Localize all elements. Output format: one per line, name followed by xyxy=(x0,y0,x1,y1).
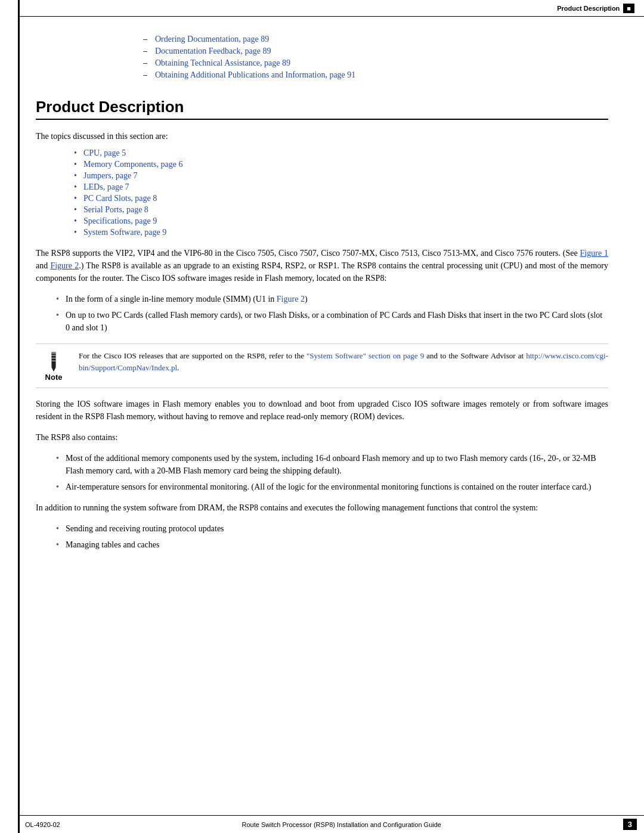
note-pencil-icon xyxy=(44,351,63,373)
list-item: Documentation Feedback, page 89 xyxy=(143,47,608,56)
note-text-middle: and to the Software Advisor at xyxy=(424,351,526,360)
leds-link[interactable]: LEDs, page 7 xyxy=(83,182,129,191)
footer-doc-number: OL-4920-02 xyxy=(25,821,60,828)
list-item: Serial Ports, page 8 xyxy=(72,205,608,215)
note-label: Note xyxy=(45,373,63,382)
note-icon-area: Note xyxy=(36,350,72,382)
list-item: Specifications, page 9 xyxy=(72,216,608,226)
body-para-1: The RSP8 supports the VIP2, VIP4 and the… xyxy=(36,247,608,284)
system-software-section-link[interactable]: "System Software" section on page 9 xyxy=(306,351,424,360)
note-text-before: For the Cisco IOS releases that are supp… xyxy=(79,351,306,360)
figure1-link[interactable]: Figure 1 xyxy=(580,249,608,258)
list-item: Obtaining Technical Assistance, page 89 xyxy=(143,58,608,68)
left-border xyxy=(18,0,20,833)
list-item: PC Card Slots, page 8 xyxy=(72,194,608,203)
bullet-list-1: In the form of a single in-line memory m… xyxy=(36,293,608,334)
ordering-doc-link[interactable]: Ordering Documentation, page 89 xyxy=(155,35,269,44)
list-item: Obtaining Additional Publications and In… xyxy=(143,70,608,80)
figure2-link[interactable]: Figure 2 xyxy=(50,261,79,270)
top-links-list: Ordering Documentation, page 89 Document… xyxy=(36,35,608,80)
list-item: On up to two PC Cards (called Flash memo… xyxy=(54,309,608,334)
rsp8-also: The RSP8 also contains: xyxy=(36,431,608,444)
list-item: Air-temperature sensors for environmenta… xyxy=(54,481,608,493)
list-item: Sending and receiving routing protocol u… xyxy=(54,522,608,535)
main-content: Ordering Documentation, page 89 Document… xyxy=(36,17,608,559)
footer: OL-4920-02 Route Switch Processor (RSP8)… xyxy=(18,815,644,833)
doc-feedback-link[interactable]: Documentation Feedback, page 89 xyxy=(155,47,271,55)
list-item: Managing tables and caches xyxy=(54,538,608,551)
note-text-after: . xyxy=(177,363,179,372)
tech-assist-link[interactable]: Obtaining Technical Assistance, page 89 xyxy=(155,58,290,67)
footer-doc-title: Route Switch Processor (RSP8) Installati… xyxy=(242,821,441,828)
footer-page-number: 3 xyxy=(623,819,637,830)
svg-rect-2 xyxy=(51,352,55,354)
list-item: CPU, page 5 xyxy=(72,148,608,158)
body-para-2: Storing the IOS software images in Flash… xyxy=(36,398,608,423)
list-item: Memory Components, page 6 xyxy=(72,160,608,169)
intro-text: The topics discussed in this section are… xyxy=(36,132,608,141)
body-para-3: In addition to running the system softwa… xyxy=(36,501,608,514)
header-bar: Product Description ■ xyxy=(18,0,644,17)
list-item: Most of the additional memory components… xyxy=(54,452,608,477)
list-item: System Software, page 9 xyxy=(72,228,608,237)
bullet-list-2: Most of the additional memory components… xyxy=(36,452,608,493)
footer-right: 3 xyxy=(623,819,637,830)
add-pub-link[interactable]: Obtaining Additional Publications and In… xyxy=(155,70,355,79)
list-item: Jumpers, page 7 xyxy=(72,171,608,181)
page-container: Product Description ■ Ordering Documenta… xyxy=(0,0,644,833)
serial-ports-link[interactable]: Serial Ports, page 8 xyxy=(83,205,148,214)
svg-rect-0 xyxy=(51,352,55,367)
system-software-link[interactable]: System Software, page 9 xyxy=(83,228,166,237)
list-item: LEDs, page 7 xyxy=(72,182,608,192)
pc-card-link[interactable]: PC Card Slots, page 8 xyxy=(83,194,157,203)
header-title: Product Description xyxy=(557,5,620,12)
jumpers-link[interactable]: Jumpers, page 7 xyxy=(83,171,138,180)
header-black-box: ■ xyxy=(623,4,634,13)
bullet-list-3: Sending and receiving routing protocol u… xyxy=(36,522,608,551)
svg-marker-1 xyxy=(51,367,55,371)
list-item: In the form of a single in-line memory m… xyxy=(54,293,608,305)
section-heading: Product Description xyxy=(36,98,608,120)
note-box: Note For the Cisco IOS releases that are… xyxy=(36,343,608,388)
cpu-link[interactable]: CPU, page 5 xyxy=(83,148,126,157)
figure2-ref-link[interactable]: Figure 2 xyxy=(277,295,305,304)
list-item: Ordering Documentation, page 89 xyxy=(143,35,608,44)
toc-list: CPU, page 5 Memory Components, page 6 Ju… xyxy=(36,148,608,237)
memory-link[interactable]: Memory Components, page 6 xyxy=(83,160,182,169)
note-text-content: For the Cisco IOS releases that are supp… xyxy=(79,350,608,373)
specs-link[interactable]: Specifications, page 9 xyxy=(83,216,157,225)
